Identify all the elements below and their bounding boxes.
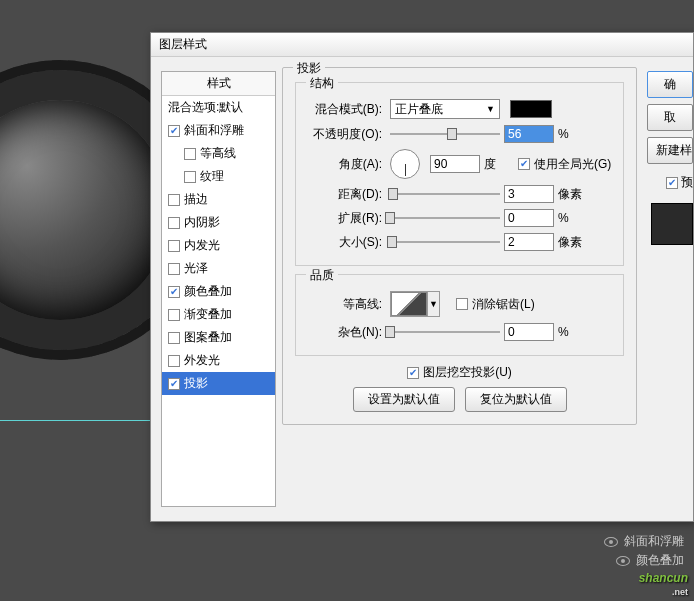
global-light-label: 使用全局光(G) bbox=[534, 156, 611, 173]
size-input[interactable]: 2 bbox=[504, 233, 554, 251]
global-light-checkbox[interactable] bbox=[518, 158, 530, 170]
side-buttons: 确 取 新建样 预 bbox=[643, 57, 693, 521]
style-item-label: 描边 bbox=[184, 191, 208, 208]
opacity-label: 不透明度(O): bbox=[304, 126, 386, 143]
blend-mode-select[interactable]: 正片叠底▼ bbox=[390, 99, 500, 119]
preview-label: 预 bbox=[681, 174, 693, 191]
quality-legend: 品质 bbox=[306, 267, 338, 284]
style-item-checkbox[interactable] bbox=[168, 217, 180, 229]
style-item-label: 外发光 bbox=[184, 352, 220, 369]
style-item-label: 颜色叠加 bbox=[184, 283, 232, 300]
drop-shadow-fieldset: 投影 结构 混合模式(B): 正片叠底▼ 不透明度(O): 56 bbox=[282, 67, 637, 425]
noise-input[interactable]: 0 bbox=[504, 323, 554, 341]
fx-row[interactable]: 斜面和浮雕 bbox=[604, 533, 684, 550]
style-item-label: 内阴影 bbox=[184, 214, 220, 231]
style-item-斜面和浮雕[interactable]: 斜面和浮雕 bbox=[162, 119, 275, 142]
style-item-投影[interactable]: 投影 bbox=[162, 372, 275, 395]
style-item-label: 光泽 bbox=[184, 260, 208, 277]
style-list-header: 样式 bbox=[162, 72, 275, 96]
spread-input[interactable]: 0 bbox=[504, 209, 554, 227]
style-item-描边[interactable]: 描边 bbox=[162, 188, 275, 211]
distance-input[interactable]: 3 bbox=[504, 185, 554, 203]
knockout-label: 图层挖空投影(U) bbox=[423, 364, 512, 381]
style-item-checkbox[interactable] bbox=[184, 148, 196, 160]
spread-unit: % bbox=[558, 211, 588, 225]
spread-slider[interactable] bbox=[390, 210, 500, 226]
noise-slider[interactable] bbox=[390, 324, 500, 340]
style-item-label: 纹理 bbox=[200, 168, 224, 185]
eye-icon[interactable] bbox=[604, 537, 618, 547]
cancel-button[interactable]: 取 bbox=[647, 104, 693, 131]
angle-label: 角度(A): bbox=[304, 156, 386, 173]
style-item-checkbox[interactable] bbox=[168, 263, 180, 275]
style-item-checkbox[interactable] bbox=[168, 332, 180, 344]
new-style-button[interactable]: 新建样 bbox=[647, 137, 693, 164]
style-item-外发光[interactable]: 外发光 bbox=[162, 349, 275, 372]
size-label: 大小(S): bbox=[304, 234, 386, 251]
style-item-label: 图案叠加 bbox=[184, 329, 232, 346]
style-item-颜色叠加[interactable]: 颜色叠加 bbox=[162, 280, 275, 303]
preview-checkbox[interactable] bbox=[666, 177, 678, 189]
size-slider[interactable] bbox=[390, 234, 500, 250]
style-item-label: 内发光 bbox=[184, 237, 220, 254]
style-item-checkbox[interactable] bbox=[168, 286, 180, 298]
layer-fx-list: 斜面和浮雕颜色叠加 bbox=[604, 531, 684, 571]
preview-box bbox=[651, 203, 693, 245]
structure-fieldset: 结构 混合模式(B): 正片叠底▼ 不透明度(O): 56 % bbox=[295, 82, 624, 266]
angle-dial[interactable] bbox=[390, 149, 420, 179]
opacity-slider[interactable] bbox=[390, 126, 500, 142]
style-item-图案叠加[interactable]: 图案叠加 bbox=[162, 326, 275, 349]
style-item-label: 投影 bbox=[184, 375, 208, 392]
style-item-checkbox[interactable] bbox=[168, 309, 180, 321]
style-item-label: 等高线 bbox=[200, 145, 236, 162]
style-item-光泽[interactable]: 光泽 bbox=[162, 257, 275, 280]
contour-picker[interactable]: ▼ bbox=[390, 291, 440, 317]
set-default-button[interactable]: 设置为默认值 bbox=[353, 387, 455, 412]
angle-input[interactable]: 90 bbox=[430, 155, 480, 173]
dialog-titlebar[interactable]: 图层样式 bbox=[151, 33, 693, 57]
style-item-label: 渐变叠加 bbox=[184, 306, 232, 323]
style-item-checkbox[interactable] bbox=[168, 194, 180, 206]
style-item-内发光[interactable]: 内发光 bbox=[162, 234, 275, 257]
fx-label: 斜面和浮雕 bbox=[624, 533, 684, 550]
dialog-title: 图层样式 bbox=[159, 36, 207, 53]
style-item-checkbox[interactable] bbox=[168, 125, 180, 137]
antialias-label: 消除锯齿(L) bbox=[472, 296, 535, 313]
quality-fieldset: 品质 等高线: ▼ 消除锯齿(L) 杂色(N): 0 % bbox=[295, 274, 624, 356]
eye-icon[interactable] bbox=[616, 556, 630, 566]
distance-slider[interactable] bbox=[390, 186, 500, 202]
style-item-checkbox[interactable] bbox=[168, 355, 180, 367]
contour-label: 等高线: bbox=[304, 296, 386, 313]
style-item-label: 斜面和浮雕 bbox=[184, 122, 244, 139]
structure-legend: 结构 bbox=[306, 75, 338, 92]
blend-options-item[interactable]: 混合选项:默认 bbox=[162, 96, 275, 119]
style-item-checkbox[interactable] bbox=[168, 240, 180, 252]
antialias-checkbox[interactable] bbox=[456, 298, 468, 310]
spread-label: 扩展(R): bbox=[304, 210, 386, 227]
style-item-checkbox[interactable] bbox=[184, 171, 196, 183]
main-panel: 投影 结构 混合模式(B): 正片叠底▼ 不透明度(O): 56 bbox=[276, 57, 643, 521]
blend-mode-label: 混合模式(B): bbox=[304, 101, 386, 118]
opacity-input[interactable]: 56 bbox=[504, 125, 554, 143]
ok-button[interactable]: 确 bbox=[647, 71, 693, 98]
style-item-纹理[interactable]: 纹理 bbox=[162, 165, 275, 188]
shadow-color-swatch[interactable] bbox=[510, 100, 552, 118]
noise-unit: % bbox=[558, 325, 588, 339]
size-unit: 像素 bbox=[558, 234, 588, 251]
knockout-checkbox[interactable] bbox=[407, 367, 419, 379]
distance-label: 距离(D): bbox=[304, 186, 386, 203]
guide-line bbox=[0, 420, 150, 421]
style-item-等高线[interactable]: 等高线 bbox=[162, 142, 275, 165]
reset-default-button[interactable]: 复位为默认值 bbox=[465, 387, 567, 412]
style-list: 样式 混合选项:默认 斜面和浮雕等高线纹理描边内阴影内发光光泽颜色叠加渐变叠加图… bbox=[161, 71, 276, 507]
chevron-down-icon: ▼ bbox=[427, 292, 439, 316]
distance-unit: 像素 bbox=[558, 186, 588, 203]
chevron-down-icon: ▼ bbox=[486, 104, 495, 114]
watermark: shancun.net bbox=[639, 566, 688, 597]
style-item-checkbox[interactable] bbox=[168, 378, 180, 390]
style-item-内阴影[interactable]: 内阴影 bbox=[162, 211, 275, 234]
layer-style-dialog: 图层样式 样式 混合选项:默认 斜面和浮雕等高线纹理描边内阴影内发光光泽颜色叠加… bbox=[150, 32, 694, 522]
style-item-渐变叠加[interactable]: 渐变叠加 bbox=[162, 303, 275, 326]
opacity-unit: % bbox=[558, 127, 588, 141]
noise-label: 杂色(N): bbox=[304, 324, 386, 341]
